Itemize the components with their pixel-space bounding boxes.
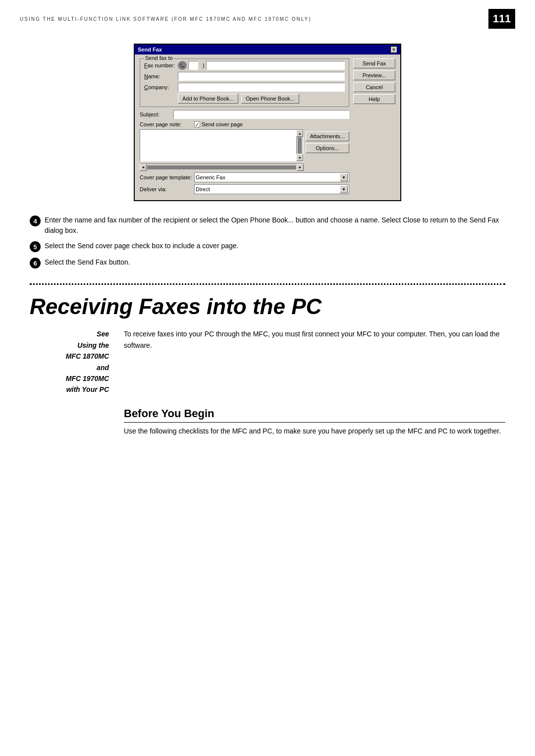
fax-part1-input[interactable] [188,61,198,70]
send-fax-button[interactable]: Send Fax [353,58,395,68]
page-number: 111 [488,9,515,29]
cover-page-template-select[interactable]: Generic Fax ▼ [194,172,349,182]
cover-page-template-arrow[interactable]: ▼ [340,173,348,181]
preview-button[interactable]: Preview... [353,70,395,80]
dialog-title-bar: Send Fax × [135,45,400,54]
step-text-4: Enter the name and fax number of the rec… [45,215,505,236]
cover-page-template-value: Generic Fax [196,174,225,180]
scroll-right-button[interactable]: ► [297,164,304,171]
phone-icon: 📞 [178,61,187,70]
scroll-track-v [298,137,302,154]
fax-number-input-row: 📞 ) [178,61,345,70]
send-fax-to-group: Send fax to Fax number: 📞 ) [140,58,349,107]
steps-section: 4 Enter the name and fax number of the r… [30,215,505,269]
sidebar-text: SeeUsing theMFC 1870MCandMFC 1970MCwith … [30,328,109,395]
fax-paren1: ) [203,62,205,68]
dialog-left-panel: Send fax to Fax number: 📞 ) [140,58,349,196]
name-input[interactable] [178,72,345,81]
subject-label: Subject: [140,111,173,117]
company-label: Company: [144,84,178,90]
fax-dash [200,62,201,68]
deliver-via-row: Deliver via: Direct ▼ [140,184,349,194]
step-item-4: 4 Enter the name and fax number of the r… [30,215,505,236]
deliver-via-arrow[interactable]: ▼ [340,185,348,193]
send-cover-page-label: Send cover page [202,121,243,127]
step-number-5: 5 [30,241,41,252]
sub-text: Use the following checklists for the MFC… [124,426,505,436]
vertical-scrollbar[interactable]: ▲ ▼ [296,130,303,161]
help-button[interactable]: Help [353,94,395,104]
dialog-container: Send Fax × Send fax to Fax number: 📞 [30,44,505,201]
dotted-divider [30,283,505,285]
cover-page-note-row: Cover page note: ✓ Send cover page [140,121,349,127]
scroll-down-button[interactable]: ▼ [296,154,303,161]
cover-page-note-label: Cover page note: [140,121,194,127]
send-cover-page-checkbox[interactable]: ✓ [194,121,200,127]
cover-note-textarea-wrapper: ▲ ▼ ◄ ► [140,129,304,170]
phone-book-buttons-row: Add to Phone Book... Open Phone Book... [144,94,345,104]
company-input[interactable] [178,83,345,92]
cancel-button[interactable]: Cancel [353,82,395,92]
open-phone-book-button[interactable]: Open Phone Book... [241,94,299,104]
name-label: Name: [144,73,178,79]
main-content: Send Fax × Send fax to Fax number: 📞 [0,34,535,463]
deliver-via-select[interactable]: Direct ▼ [194,184,349,194]
horizontal-scrollbar[interactable]: ◄ ► [140,163,304,170]
cover-page-template-row: Cover page template: Generic Fax ▼ [140,172,349,182]
fax-number-label: Fax number: [144,62,178,68]
scroll-track-h [147,165,296,169]
intro-text: To receive faxes into your PC through th… [124,328,505,351]
section-title: Receiving Faxes into the PC [30,295,505,319]
dialog-title: Send Fax [138,47,162,53]
add-to-phone-book-button[interactable]: Add to Phone Book... [178,94,238,104]
intro-two-col: SeeUsing theMFC 1870MCandMFC 1970MCwith … [30,328,505,395]
before-you-begin-content: Before You Begin Use the following check… [124,407,505,436]
sidebar-label: SeeUsing theMFC 1870MCandMFC 1970MCwith … [30,328,109,395]
textarea-section: ▲ ▼ ◄ ► [140,129,349,170]
intro-right-col: To receive faxes into your PC through th… [124,328,505,395]
page-header: USING THE MULTI-FUNCTION LINK SOFTWARE (… [0,0,535,34]
subject-input[interactable] [173,110,349,119]
header-text: USING THE MULTI-FUNCTION LINK SOFTWARE (… [20,16,312,22]
company-row: Company: [144,83,345,92]
step-item-5: 5 Select the Send cover page check box t… [30,241,505,252]
options-button[interactable]: Options... [306,143,349,153]
step-text-5: Select the Send cover page check box to … [45,241,238,251]
right-side-buttons: Attachments... Options... [306,129,349,170]
step-item-6: 6 Select the Send Fax button. [30,257,505,269]
name-row: Name: [144,72,345,81]
group-label: Send fax to [144,55,174,61]
cover-page-template-label: Cover page template: [140,174,194,180]
step-text-6: Select the Send Fax button. [45,257,130,268]
before-you-begin-section: Before You Begin Use the following check… [30,407,505,436]
scroll-left-button[interactable]: ◄ [140,164,147,171]
subject-row: Subject: [140,110,349,119]
step-number-4: 4 [30,216,41,226]
dialog-body: Send fax to Fax number: 📞 ) [135,54,400,200]
step-number-6: 6 [30,258,41,269]
sub-heading: Before You Begin [124,407,505,423]
attachments-button[interactable]: Attachments... [306,131,349,141]
deliver-via-value: Direct [196,186,210,192]
dialog-right-buttons: Send Fax Preview... Cancel Help [353,58,395,196]
fax-number-row: Fax number: 📞 ) [144,61,345,70]
before-sidebar-spacer [30,407,109,436]
cover-note-textarea[interactable]: ▲ ▼ [140,129,304,162]
deliver-via-label: Deliver via: [140,186,194,192]
scroll-up-button[interactable]: ▲ [296,130,303,137]
send-fax-dialog: Send Fax × Send fax to Fax number: 📞 [134,44,401,201]
fax-part2-input[interactable] [206,61,345,70]
dialog-close-button[interactable]: × [390,46,397,53]
